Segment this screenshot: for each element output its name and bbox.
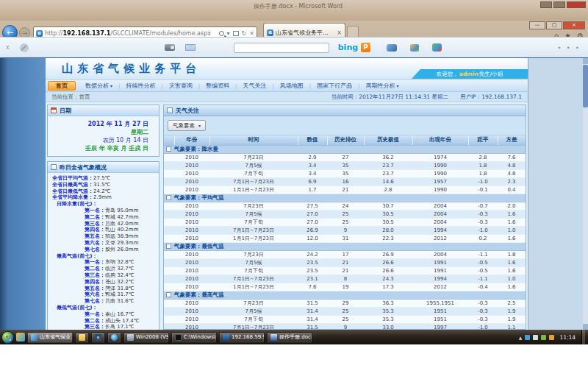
column-header[interactable]: 历史极值 — [364, 135, 412, 145]
menu-item-7[interactable]: 国家下行产品 — [311, 82, 358, 90]
bing-button[interactable]: P — [361, 43, 370, 52]
column-header[interactable]: 时间 — [209, 135, 298, 145]
taskbar-button-label: 山东省气候业... — [40, 333, 73, 341]
column-header[interactable]: 历史排位 — [327, 135, 364, 145]
rank-value: 郓城 42.7mm — [105, 214, 138, 220]
toolbar-share-icon[interactable] — [410, 44, 419, 52]
start-button[interactable] — [1, 331, 14, 344]
taskbar-button-1[interactable] — [75, 332, 89, 343]
menu-item-5[interactable]: 天气关注 — [237, 82, 272, 90]
scroll-down-arrow[interactable] — [583, 324, 588, 330]
table-cell: 28.0 — [364, 226, 412, 234]
taskbar-button-0[interactable]: 山东省气候业... — [27, 332, 73, 343]
column-header[interactable]: 年份 — [174, 135, 209, 145]
rank-value: 乳山 40.2mm — [105, 227, 138, 233]
compatibility-view-icon[interactable] — [233, 31, 239, 36]
table-cell: 1.6 — [498, 210, 526, 218]
taskbar-button-7[interactable]: 操作手册.docx -... — [267, 332, 312, 343]
taskbar-button-3[interactable] — [107, 332, 121, 343]
table-cell: 2004 — [412, 250, 468, 258]
checkbox[interactable] — [166, 195, 171, 200]
refresh-icon[interactable]: ↻ — [242, 30, 247, 37]
table-cell: 24.2 — [298, 250, 327, 258]
autocomplete-dropdown-icon[interactable]: ▾ — [227, 30, 230, 37]
panel-icon — [167, 107, 173, 113]
taskbar-button-2[interactable] — [91, 332, 105, 343]
table-cell: 30.7 — [364, 202, 412, 210]
group-header-cell: 气象要素：平均气温 — [164, 194, 526, 202]
menu-item-label: 首页 — [56, 82, 68, 90]
maximize-button[interactable]: ▢ — [546, 21, 562, 29]
update-icon[interactable] — [541, 335, 546, 340]
toolbar-more-icon[interactable]: • • • — [557, 44, 581, 52]
table-cell: 1951 — [412, 307, 468, 315]
table-cell: 2010 — [174, 185, 209, 194]
table-cell: 1月1日~7月23日 — [209, 234, 298, 242]
tray-expand-icon[interactable]: ▲ — [519, 335, 523, 340]
menu-item-6[interactable]: 风场地图 — [274, 82, 309, 90]
stat-value: 24.2℃ — [93, 188, 110, 194]
table-cell: 2010 — [174, 283, 209, 291]
table-row: 20107月1日~7月23日26.9928.01994-1.01.0 — [164, 226, 526, 234]
rank-value: 泰山 16.7℃ — [105, 311, 135, 317]
column-header[interactable]: 距平 — [468, 135, 498, 145]
menu-item-2[interactable]: 持续性分析 — [120, 82, 161, 90]
taskbar-button-5[interactable]: C:\Windows\s... — [171, 332, 217, 343]
bing-logo[interactable]: bing — [338, 43, 358, 52]
column-header[interactable]: 方差 — [498, 135, 526, 145]
table-cell: 23.5 — [298, 266, 327, 275]
table-cell: 21 — [327, 266, 364, 275]
stop-icon[interactable]: × — [249, 30, 254, 37]
table-cell: 2.9 — [298, 153, 327, 161]
minimize-button[interactable]: — — [529, 21, 545, 29]
browser-scrollbar[interactable] — [583, 58, 588, 330]
rank-value: 胶州 26.0mm — [105, 247, 138, 252]
table-cell: 22.3 — [364, 234, 412, 242]
element-filter-button[interactable]: 气象要素▾ — [168, 120, 206, 131]
row-gutter-cell — [164, 153, 174, 161]
toolbar-apps-icon[interactable] — [432, 43, 442, 52]
menu-item-4[interactable]: 整编资料 — [200, 82, 235, 90]
section-header: 最低气温(前七)： — [51, 305, 157, 311]
table-cell: 35 — [327, 161, 364, 169]
date-line: 壬辰 年 辛亥 月 壬戌 日 — [51, 144, 148, 152]
menu-item-8[interactable]: 周期性分析▾ — [360, 82, 405, 90]
volume-icon[interactable] — [533, 335, 538, 340]
close-button[interactable]: × — [563, 21, 585, 29]
toolbar-widget-icon[interactable] — [387, 44, 397, 52]
site-title: 山东省气候业务平台 — [62, 62, 201, 76]
rank-value: 莒南 31.6℃ — [105, 298, 135, 304]
checkbox[interactable] — [166, 146, 171, 152]
menu-item-1[interactable]: 数据分析▾ — [79, 82, 118, 90]
network-icon[interactable] — [525, 335, 530, 340]
table-cell: 2010 — [174, 210, 209, 218]
table-row: 20107月5候23.52126.61991-0.51.6 — [164, 258, 526, 266]
camera-icon[interactable] — [165, 44, 175, 51]
menu-item-3[interactable]: 灾害查询 — [163, 82, 198, 90]
show-desktop-button[interactable] — [581, 330, 585, 344]
taskbar-button-6[interactable]: 192.168.59.99... — [219, 332, 265, 343]
mail-icon[interactable] — [185, 44, 196, 51]
taskbar-button-4[interactable]: Win2008 (VS2... — [123, 332, 169, 343]
scroll-thumb[interactable] — [583, 65, 588, 107]
rank-value: 苍山 32.2℃ — [105, 279, 135, 285]
menu-item-0[interactable]: 首页 — [48, 81, 76, 91]
column-header[interactable]: 数值 — [298, 135, 327, 145]
column-header[interactable]: 出现年份 — [412, 135, 468, 145]
toolbar-search-input[interactable] — [234, 43, 329, 53]
rank-item: 第二名：成山头 17.4℃ — [51, 318, 157, 325]
checkbox[interactable] — [166, 292, 171, 297]
tab-close-icon[interactable]: × — [337, 29, 342, 36]
row-gutter-cell — [164, 169, 174, 177]
table-cell: 2012 — [412, 283, 468, 291]
checkbox[interactable] — [166, 244, 171, 249]
taskbar-clock[interactable]: 11:14 — [559, 334, 576, 341]
toolbar-close-icon[interactable]: x — [6, 44, 10, 51]
table-cell: 1.8 — [468, 161, 498, 169]
table-row: 20101月1日~7月23日12.03122.320120.21.6 — [164, 234, 526, 242]
language-icon[interactable] — [549, 335, 554, 340]
scroll-up-arrow[interactable] — [583, 58, 588, 64]
menu-item-label: 整编资料 — [206, 82, 229, 90]
search-icon[interactable] — [219, 31, 224, 36]
quick-launch-icon[interactable] — [16, 333, 25, 342]
